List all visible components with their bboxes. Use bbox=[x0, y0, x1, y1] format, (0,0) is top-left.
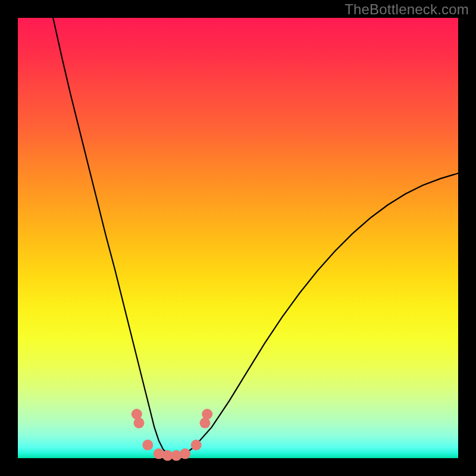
marker-9 bbox=[202, 409, 212, 419]
bottom-markers bbox=[131, 409, 212, 461]
marker-2 bbox=[142, 440, 153, 450]
plot-area bbox=[18, 18, 458, 458]
bottleneck-curve-svg bbox=[18, 18, 458, 458]
marker-6 bbox=[180, 449, 190, 459]
chart-frame: TheBottleneck.com bbox=[0, 0, 476, 476]
marker-1 bbox=[134, 418, 145, 428]
bottleneck-curve bbox=[53, 18, 458, 456]
watermark-text: TheBottleneck.com bbox=[345, 1, 469, 18]
marker-3 bbox=[154, 449, 164, 459]
marker-5 bbox=[171, 450, 181, 461]
marker-7 bbox=[191, 440, 202, 450]
